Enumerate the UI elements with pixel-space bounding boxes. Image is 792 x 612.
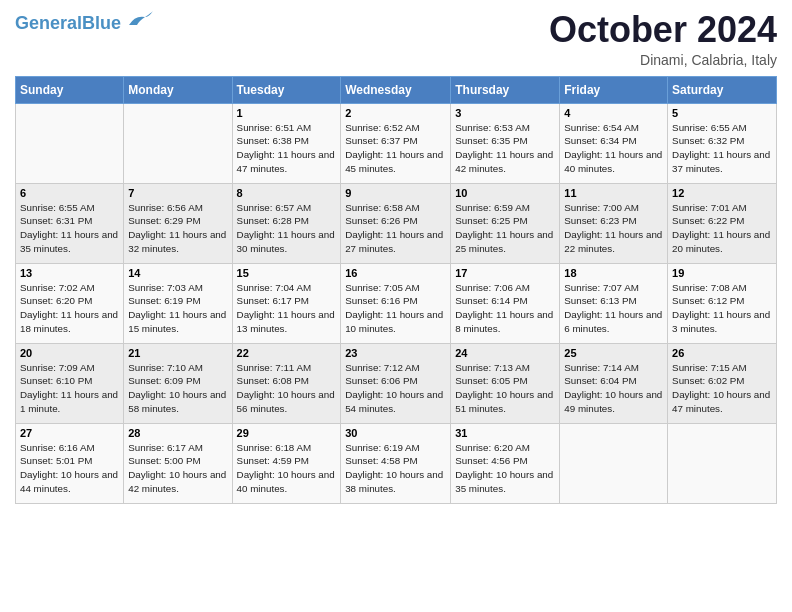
day-number: 10 (455, 187, 555, 199)
day-number: 19 (672, 267, 772, 279)
week-row-2: 6Sunrise: 6:55 AMSunset: 6:31 PMDaylight… (16, 183, 777, 263)
day-info: Sunrise: 6:19 AMSunset: 4:58 PMDaylight:… (345, 441, 446, 496)
logo: GeneralBlue (15, 10, 153, 32)
day-cell: 10Sunrise: 6:59 AMSunset: 6:25 PMDayligh… (451, 183, 560, 263)
day-cell: 17Sunrise: 7:06 AMSunset: 6:14 PMDayligh… (451, 263, 560, 343)
day-cell: 15Sunrise: 7:04 AMSunset: 6:17 PMDayligh… (232, 263, 341, 343)
day-cell: 21Sunrise: 7:10 AMSunset: 6:09 PMDayligh… (124, 343, 232, 423)
day-cell: 7Sunrise: 6:56 AMSunset: 6:29 PMDaylight… (124, 183, 232, 263)
day-number: 11 (564, 187, 663, 199)
day-info: Sunrise: 6:16 AMSunset: 5:01 PMDaylight:… (20, 441, 119, 496)
day-info: Sunrise: 7:10 AMSunset: 6:09 PMDaylight:… (128, 361, 227, 416)
week-row-3: 13Sunrise: 7:02 AMSunset: 6:20 PMDayligh… (16, 263, 777, 343)
day-cell: 19Sunrise: 7:08 AMSunset: 6:12 PMDayligh… (668, 263, 777, 343)
day-header-wednesday: Wednesday (341, 76, 451, 103)
day-cell: 8Sunrise: 6:57 AMSunset: 6:28 PMDaylight… (232, 183, 341, 263)
day-cell: 12Sunrise: 7:01 AMSunset: 6:22 PMDayligh… (668, 183, 777, 263)
day-info: Sunrise: 6:55 AMSunset: 6:31 PMDaylight:… (20, 201, 119, 256)
week-row-4: 20Sunrise: 7:09 AMSunset: 6:10 PMDayligh… (16, 343, 777, 423)
day-info: Sunrise: 6:57 AMSunset: 6:28 PMDaylight:… (237, 201, 337, 256)
day-cell (124, 103, 232, 183)
day-number: 26 (672, 347, 772, 359)
day-number: 23 (345, 347, 446, 359)
header: GeneralBlue October 2024 Dinami, Calabri… (15, 10, 777, 68)
day-info: Sunrise: 7:06 AMSunset: 6:14 PMDaylight:… (455, 281, 555, 336)
day-header-sunday: Sunday (16, 76, 124, 103)
day-cell: 29Sunrise: 6:18 AMSunset: 4:59 PMDayligh… (232, 423, 341, 503)
day-number: 29 (237, 427, 337, 439)
day-info: Sunrise: 7:03 AMSunset: 6:19 PMDaylight:… (128, 281, 227, 336)
page: GeneralBlue October 2024 Dinami, Calabri… (0, 0, 792, 519)
day-cell: 25Sunrise: 7:14 AMSunset: 6:04 PMDayligh… (560, 343, 668, 423)
day-cell: 31Sunrise: 6:20 AMSunset: 4:56 PMDayligh… (451, 423, 560, 503)
day-number: 21 (128, 347, 227, 359)
day-number: 16 (345, 267, 446, 279)
day-cell: 5Sunrise: 6:55 AMSunset: 6:32 PMDaylight… (668, 103, 777, 183)
day-cell: 27Sunrise: 6:16 AMSunset: 5:01 PMDayligh… (16, 423, 124, 503)
day-number: 30 (345, 427, 446, 439)
day-info: Sunrise: 6:52 AMSunset: 6:37 PMDaylight:… (345, 121, 446, 176)
location-subtitle: Dinami, Calabria, Italy (549, 52, 777, 68)
day-number: 1 (237, 107, 337, 119)
day-number: 18 (564, 267, 663, 279)
day-info: Sunrise: 6:55 AMSunset: 6:32 PMDaylight:… (672, 121, 772, 176)
day-number: 4 (564, 107, 663, 119)
day-info: Sunrise: 6:51 AMSunset: 6:38 PMDaylight:… (237, 121, 337, 176)
day-number: 13 (20, 267, 119, 279)
day-header-monday: Monday (124, 76, 232, 103)
day-cell: 1Sunrise: 6:51 AMSunset: 6:38 PMDaylight… (232, 103, 341, 183)
day-number: 7 (128, 187, 227, 199)
day-cell: 28Sunrise: 6:17 AMSunset: 5:00 PMDayligh… (124, 423, 232, 503)
day-number: 8 (237, 187, 337, 199)
day-number: 12 (672, 187, 772, 199)
day-number: 6 (20, 187, 119, 199)
day-info: Sunrise: 6:59 AMSunset: 6:25 PMDaylight:… (455, 201, 555, 256)
day-cell (16, 103, 124, 183)
day-cell: 14Sunrise: 7:03 AMSunset: 6:19 PMDayligh… (124, 263, 232, 343)
day-number: 14 (128, 267, 227, 279)
day-header-tuesday: Tuesday (232, 76, 341, 103)
day-number: 20 (20, 347, 119, 359)
day-cell: 26Sunrise: 7:15 AMSunset: 6:02 PMDayligh… (668, 343, 777, 423)
day-cell: 30Sunrise: 6:19 AMSunset: 4:58 PMDayligh… (341, 423, 451, 503)
day-cell: 11Sunrise: 7:00 AMSunset: 6:23 PMDayligh… (560, 183, 668, 263)
logo-bird-icon (125, 11, 153, 31)
day-cell (560, 423, 668, 503)
day-info: Sunrise: 7:04 AMSunset: 6:17 PMDaylight:… (237, 281, 337, 336)
day-info: Sunrise: 7:14 AMSunset: 6:04 PMDaylight:… (564, 361, 663, 416)
days-header-row: SundayMondayTuesdayWednesdayThursdayFrid… (16, 76, 777, 103)
day-info: Sunrise: 7:01 AMSunset: 6:22 PMDaylight:… (672, 201, 772, 256)
day-info: Sunrise: 7:15 AMSunset: 6:02 PMDaylight:… (672, 361, 772, 416)
day-header-thursday: Thursday (451, 76, 560, 103)
month-title: October 2024 (549, 10, 777, 50)
day-number: 15 (237, 267, 337, 279)
day-info: Sunrise: 6:54 AMSunset: 6:34 PMDaylight:… (564, 121, 663, 176)
day-number: 5 (672, 107, 772, 119)
day-info: Sunrise: 6:53 AMSunset: 6:35 PMDaylight:… (455, 121, 555, 176)
day-number: 27 (20, 427, 119, 439)
day-cell: 13Sunrise: 7:02 AMSunset: 6:20 PMDayligh… (16, 263, 124, 343)
day-info: Sunrise: 7:00 AMSunset: 6:23 PMDaylight:… (564, 201, 663, 256)
day-info: Sunrise: 6:56 AMSunset: 6:29 PMDaylight:… (128, 201, 227, 256)
day-number: 22 (237, 347, 337, 359)
day-cell: 2Sunrise: 6:52 AMSunset: 6:37 PMDaylight… (341, 103, 451, 183)
day-info: Sunrise: 7:11 AMSunset: 6:08 PMDaylight:… (237, 361, 337, 416)
day-info: Sunrise: 7:09 AMSunset: 6:10 PMDaylight:… (20, 361, 119, 416)
logo-general: General (15, 13, 82, 33)
title-block: October 2024 Dinami, Calabria, Italy (549, 10, 777, 68)
day-number: 28 (128, 427, 227, 439)
day-cell: 22Sunrise: 7:11 AMSunset: 6:08 PMDayligh… (232, 343, 341, 423)
day-number: 31 (455, 427, 555, 439)
day-number: 24 (455, 347, 555, 359)
day-number: 17 (455, 267, 555, 279)
day-header-friday: Friday (560, 76, 668, 103)
day-info: Sunrise: 7:05 AMSunset: 6:16 PMDaylight:… (345, 281, 446, 336)
day-info: Sunrise: 7:13 AMSunset: 6:05 PMDaylight:… (455, 361, 555, 416)
day-number: 9 (345, 187, 446, 199)
week-row-5: 27Sunrise: 6:16 AMSunset: 5:01 PMDayligh… (16, 423, 777, 503)
logo-blue: Blue (82, 13, 121, 33)
day-header-saturday: Saturday (668, 76, 777, 103)
week-row-1: 1Sunrise: 6:51 AMSunset: 6:38 PMDaylight… (16, 103, 777, 183)
day-cell: 23Sunrise: 7:12 AMSunset: 6:06 PMDayligh… (341, 343, 451, 423)
day-cell (668, 423, 777, 503)
